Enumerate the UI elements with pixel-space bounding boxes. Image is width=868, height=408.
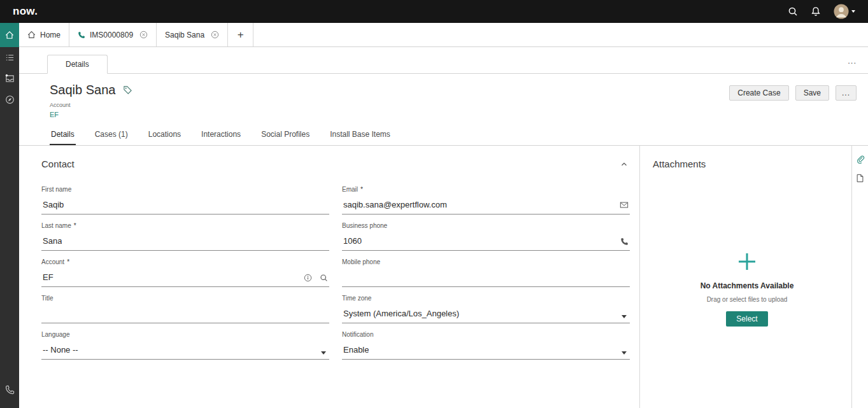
attachments-panel: Attachments No Attachments Available Dra… <box>640 146 851 408</box>
field-email: Email* saqib.sana@expertflow.com <box>342 186 630 215</box>
chevron-down-icon <box>622 315 627 318</box>
field-value: 1060 <box>343 236 362 246</box>
business-phone-input[interactable]: 1060 <box>342 234 630 251</box>
field-label: Mobile phone <box>342 258 380 265</box>
tab-interactions[interactable]: Interactions <box>200 127 242 145</box>
language-select[interactable]: -- None -- <box>41 342 329 360</box>
chevron-down-icon <box>851 10 855 13</box>
phone-icon <box>620 237 629 246</box>
empty-state-subtitle: Drag or select files to upload <box>707 296 788 303</box>
save-button[interactable]: Save <box>795 85 829 101</box>
account-link[interactable]: EF <box>50 111 59 118</box>
phone-icon[interactable] <box>0 379 19 400</box>
tab-social-profiles[interactable]: Social Profiles <box>260 127 311 145</box>
search-icon[interactable] <box>320 274 328 282</box>
search-icon[interactable] <box>784 4 802 19</box>
account-label: Account <box>50 102 132 108</box>
field-label: Account <box>41 258 64 265</box>
notification-select[interactable]: Enable <box>342 342 630 360</box>
close-icon[interactable] <box>139 31 148 39</box>
record-more-button[interactable]: ... <box>836 85 857 101</box>
field-label: Email <box>342 186 358 193</box>
avatar-image <box>834 4 849 19</box>
pane-more-button[interactable]: ... <box>848 56 857 66</box>
field-label: Business phone <box>342 222 387 229</box>
add-tab-button[interactable]: + <box>228 23 253 46</box>
now-logo: now. <box>13 5 38 18</box>
select-file-button[interactable]: Select <box>726 311 767 327</box>
email-icon <box>620 200 629 209</box>
field-account: Account* EF <box>41 258 329 287</box>
mobile-phone-input[interactable] <box>342 270 630 287</box>
tab-cases[interactable]: Cases (1) <box>94 127 129 145</box>
tab-home[interactable]: Home <box>19 23 69 46</box>
tab-label: Home <box>40 31 60 39</box>
tab-details[interactable]: Details <box>50 127 76 145</box>
tab-details-pane[interactable]: Details <box>47 55 108 74</box>
required-icon: * <box>67 258 69 265</box>
compass-icon[interactable] <box>0 89 19 110</box>
tag-icon[interactable] <box>123 85 132 95</box>
field-value: System (America/Los_Angeles) <box>343 309 459 318</box>
last-name-input[interactable]: Sana <box>41 234 329 251</box>
attachments-title: Attachments <box>653 158 841 169</box>
tab-label: Saqib Sana <box>165 31 204 39</box>
field-mobile-phone: Mobile phone <box>342 258 630 287</box>
field-label: Notification <box>342 331 373 338</box>
list-icon[interactable] <box>0 47 19 68</box>
record-header: Saqib Sana Account EF Create Case Save .… <box>19 74 868 123</box>
top-navigation-bar: now. <box>0 0 868 23</box>
main-area: Home IMS0000809 Saqib Sana + Details ... <box>19 23 868 408</box>
email-field[interactable]: saqib.sana@expertflow.com <box>342 197 630 215</box>
field-title: Title <box>41 295 329 323</box>
contact-form-grid: First name Saqib Email* saqib.sana@exper… <box>41 186 630 367</box>
info-icon[interactable] <box>304 274 312 282</box>
home-icon <box>5 31 14 39</box>
home-icon <box>27 31 36 39</box>
field-language: Language -- None -- <box>41 331 329 360</box>
field-label: Language <box>41 331 70 338</box>
first-name-input[interactable]: Saqib <box>41 197 329 215</box>
notifications-icon[interactable] <box>807 4 825 19</box>
tab-install-base-items[interactable]: Install Base Items <box>329 127 392 145</box>
field-notification: Notification Enable <box>342 331 630 360</box>
inbox-icon[interactable] <box>0 68 19 89</box>
user-avatar[interactable] <box>830 1 859 22</box>
document-icon[interactable] <box>856 174 864 183</box>
section-header: Contact <box>41 158 630 169</box>
field-value: Enable <box>343 345 369 355</box>
chevron-up-icon[interactable] <box>620 160 629 169</box>
create-case-button[interactable]: Create Case <box>729 85 788 101</box>
record-title-block: Saqib Sana Account EF <box>50 83 132 120</box>
record-content: Details ... Saqib Sana Account EF Create… <box>19 47 868 408</box>
page-title: Saqib Sana <box>50 83 115 97</box>
required-icon: * <box>74 222 76 229</box>
field-value: Saqib <box>43 200 64 209</box>
tab-label: IMS0000809 <box>90 31 133 39</box>
field-label: First name <box>41 186 71 193</box>
account-reference-input[interactable]: EF <box>41 270 329 287</box>
field-business-phone: Business phone 1060 <box>342 222 630 251</box>
app-shell: Home IMS0000809 Saqib Sana + Details ... <box>0 23 868 408</box>
paperclip-icon[interactable] <box>856 155 865 164</box>
field-value: Sana <box>43 236 62 246</box>
phone-icon <box>78 31 85 39</box>
record-tabs: Details Cases (1) Locations Interactions… <box>19 123 868 146</box>
attachments-empty-state: No Attachments Available Drag or select … <box>653 251 841 327</box>
field-last-name: Last name* Sana <box>41 222 329 251</box>
tab-ims0000809[interactable]: IMS0000809 <box>69 23 157 46</box>
workspace-tab-strip: Home IMS0000809 Saqib Sana + <box>19 23 868 47</box>
section-title: Contact <box>41 158 75 169</box>
field-value: EF <box>43 272 53 282</box>
tab-saqib-sana[interactable]: Saqib Sana <box>157 23 228 46</box>
chevron-down-icon <box>321 351 326 355</box>
home-tile-button[interactable] <box>0 23 19 47</box>
title-input[interactable] <box>41 306 329 323</box>
close-icon[interactable] <box>211 31 219 39</box>
time-zone-select[interactable]: System (America/Los_Angeles) <box>342 306 630 323</box>
field-label: Last name <box>41 222 71 229</box>
tab-locations[interactable]: Locations <box>147 127 182 145</box>
record-actions: Create Case Save ... <box>729 83 857 120</box>
subtab-label: Details <box>66 60 89 69</box>
field-value: saqib.sana@expertflow.com <box>343 200 447 209</box>
